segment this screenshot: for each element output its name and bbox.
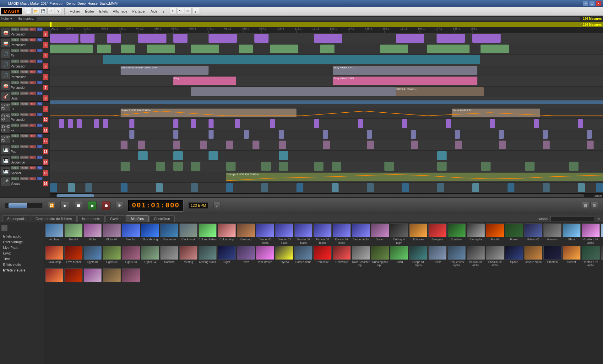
clip[interactable] (77, 119, 82, 128)
media-item[interactable]: Lights 04 (141, 246, 159, 267)
help-button[interactable]: ? (55, 8, 62, 15)
sidebar-titre[interactable]: Titre (1, 256, 42, 262)
sidebar-effets-visuels[interactable]: Effets visuels (1, 267, 42, 273)
noire-selector[interactable]: Noire ▼ (1, 17, 13, 20)
clip[interactable] (209, 34, 237, 43)
clip[interactable] (121, 45, 135, 53)
fx-btn-6[interactable]: FX• (37, 70, 43, 74)
media-item[interactable]: Genesis (543, 223, 562, 245)
media-item[interactable]: Shaolin 02 alpha (486, 246, 504, 267)
mute-btn-3[interactable]: MUTE (20, 38, 29, 42)
clip[interactable] (156, 183, 163, 192)
solo-btn-9[interactable]: SOLO (11, 102, 19, 106)
mute-btn-5[interactable]: MUTE (20, 59, 29, 63)
mute-btn-12[interactable]: MUTE (20, 134, 29, 138)
clip[interactable] (85, 183, 92, 192)
rec-btn-16[interactable]: REC (29, 177, 36, 180)
media-item[interactable]: Ediswan (409, 223, 427, 245)
maximize-button[interactable]: □ (589, 1, 595, 6)
clip[interactable]: Easy Hihats.8.HDP 120.00 BPM (121, 66, 209, 75)
clip[interactable] (455, 141, 462, 149)
clip[interactable] (129, 119, 134, 128)
close-panel-button[interactable]: ✕ (597, 217, 600, 222)
media-item[interactable]: Dancer 02 alpha (256, 223, 274, 245)
media-item[interactable]: Blue fog (122, 223, 140, 245)
clip[interactable] (138, 151, 148, 160)
fx-btn-10[interactable]: FX• (37, 113, 43, 116)
menu-effets[interactable]: Effets (97, 9, 111, 14)
mute-btn-6[interactable]: MUTE (20, 70, 29, 74)
fx-btn-11[interactable]: FX• (37, 123, 43, 127)
media-item[interactable]: Colored fishes (198, 223, 217, 245)
clip[interactable] (235, 119, 240, 128)
media-item[interactable]: Pink dream (256, 246, 274, 267)
clip[interactable] (80, 34, 95, 43)
media-item[interactable]: Lava lamp (45, 246, 63, 267)
mute-btn-2[interactable]: MUTE (20, 27, 29, 31)
redo-button[interactable]: ↷ (177, 8, 184, 15)
clip[interactable] (402, 183, 409, 192)
solo-btn-11[interactable]: SOLO (11, 123, 19, 127)
rec-btn-7[interactable]: REC (29, 81, 36, 84)
clip[interactable] (367, 130, 372, 139)
track-lane-4[interactable] (50, 55, 603, 65)
clip[interactable] (107, 34, 121, 43)
track-lane-16[interactable] (50, 183, 603, 193)
clip[interactable] (261, 183, 268, 192)
clip[interactable] (173, 162, 183, 171)
media-item[interactable]: Dancer 05 black (313, 223, 332, 245)
bpm-display[interactable]: 120 BPM (188, 202, 208, 209)
rec-btn-4[interactable]: REC (29, 49, 36, 52)
rec-btn-13[interactable]: REC (29, 145, 36, 148)
clip[interactable] (254, 34, 269, 43)
media-item[interactable]: Blobs (84, 223, 102, 245)
media-item[interactable]: Sense (428, 246, 447, 267)
panel-nav-btn[interactable]: ← (1, 225, 8, 231)
media-item[interactable]: Red color (313, 246, 332, 267)
mute-btn-9[interactable]: MUTE (20, 102, 29, 106)
clip[interactable] (587, 141, 594, 149)
sidebar-effet-vintage[interactable]: Effet Vintage (1, 239, 42, 245)
hscroll-thumb[interactable] (57, 194, 94, 197)
clip[interactable] (261, 162, 271, 171)
track-lane-9[interactable]: Sonar 8.HDP 120.00 BPM Sonar 8.HD 7:12..… (50, 108, 603, 119)
track-lane-3[interactable] (50, 44, 603, 55)
hscrollbar[interactable]: Zoom (50, 193, 603, 197)
solo-btn-13[interactable]: SOLO (11, 145, 19, 148)
mute-btn-13[interactable]: MUTE (20, 145, 29, 148)
fx-btn-8[interactable]: FX• (37, 91, 43, 95)
media-item[interactable]: Forest (505, 223, 523, 245)
fx-btn-14[interactable]: FX• (37, 155, 43, 159)
media-item[interactable]: Clock-work (179, 223, 198, 245)
open-button[interactable]: 📂 (32, 8, 39, 15)
media-item[interactable]: Blue shining (141, 223, 159, 245)
clip[interactable] (279, 130, 284, 139)
media-item[interactable]: Scope 01 alpha (409, 246, 427, 267)
clip[interactable] (173, 130, 178, 139)
mute-btn-11[interactable]: MUTE (20, 123, 29, 127)
clip[interactable] (427, 45, 470, 53)
close-button[interactable]: ✕ (595, 1, 601, 6)
clip[interactable] (129, 130, 134, 139)
clip[interactable] (94, 119, 99, 128)
media-item[interactable]: Gradient 01 alpha (582, 223, 600, 245)
rec-btn-11[interactable]: REC (29, 123, 36, 127)
clip[interactable] (472, 183, 479, 192)
sidebar-effets-audio[interactable]: Effets audio (1, 233, 42, 239)
loop-button[interactable]: 🔁 (48, 202, 55, 209)
minimize-button[interactable]: ─ (583, 1, 589, 6)
media-item[interactable]: Glass (562, 223, 581, 245)
save-button[interactable]: 💾 (40, 8, 47, 15)
sidebar-livid[interactable]: LiViD (1, 250, 42, 256)
clip[interactable] (121, 183, 128, 192)
media-item[interactable]: Moving stairs (198, 246, 217, 267)
tab-soundpools[interactable]: Soundpools (3, 215, 30, 222)
clip[interactable]: Sonar 8.HD 7:12... (452, 109, 540, 117)
tracks-content[interactable]: Easy Hihats.8.HDP 120.00 BPM Easy Hihats… (50, 33, 603, 193)
media-item[interactable]: Night (218, 246, 236, 267)
media-item[interactable]: Salad (390, 246, 408, 267)
media-item[interactable]: Tentacle 02 alpha (582, 246, 600, 267)
clip[interactable] (138, 141, 145, 149)
clip[interactable] (411, 130, 416, 139)
media-item[interactable]: Sequences alpha (448, 246, 466, 267)
